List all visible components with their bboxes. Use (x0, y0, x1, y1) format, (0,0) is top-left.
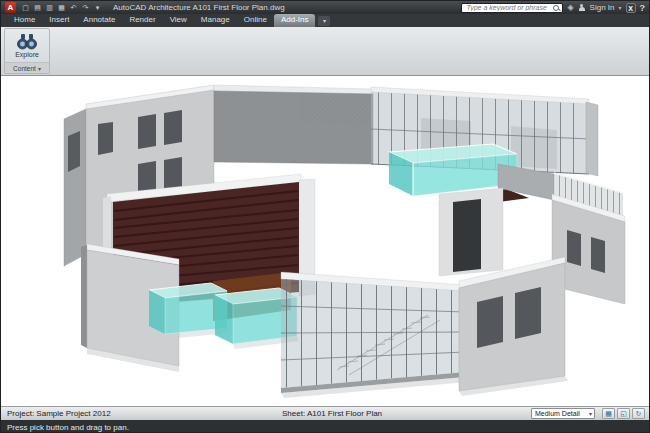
sign-in-button[interactable]: Sign In (590, 3, 615, 12)
model-front-right-wall (459, 257, 565, 391)
status-bar-icons: ▦ ◱ ↻ (602, 408, 645, 419)
tab-annotate[interactable]: Annotate (76, 14, 122, 27)
floor-plan-3d-model (1, 76, 650, 406)
sign-in-caret-icon[interactable]: ▾ (618, 4, 621, 11)
titlebar-right: ◈ Sign In ▾ X ? (461, 3, 645, 13)
tab-view[interactable]: View (163, 14, 194, 27)
cut-plane-icon[interactable]: ◱ (617, 408, 630, 419)
drawing-status-bar: Project: Sample Project 2012 Sheet: A101… (1, 406, 649, 420)
tab-manage[interactable]: Manage (194, 14, 237, 27)
open-icon[interactable]: ▤ (32, 2, 43, 13)
user-icon (578, 3, 586, 12)
detail-caret-icon: ▾ (589, 410, 592, 417)
explore-button-label: Explore (15, 51, 39, 58)
detail-level-dropdown[interactable]: Medium Detail ▾ (531, 408, 595, 419)
window-title: AutoCAD Architecture A101 First Floor Pl… (113, 3, 285, 12)
help-icon[interactable]: ? (640, 3, 646, 13)
content-panel: Explore Content ▾ (4, 28, 50, 74)
tab-home[interactable]: Home (7, 14, 42, 27)
save-icon[interactable]: ▥ (44, 2, 55, 13)
search-icon[interactable] (552, 4, 560, 12)
plot-icon[interactable]: ▦ (56, 2, 67, 13)
model-core (439, 188, 503, 276)
communication-center-icon[interactable]: ◈ (567, 3, 573, 13)
binoculars-icon (16, 33, 38, 50)
ribbon-tab-bar: Home Insert Annotate Render View Manage … (1, 14, 649, 27)
project-label: Project: Sample Project 2012 (7, 409, 111, 418)
autocad-window: A ▢ ▤ ▥ ▦ ↶ ↷ ▾ AutoCAD Architecture A10… (0, 0, 650, 433)
quick-access-toolbar: ▢ ▤ ▥ ▦ ↶ ↷ ▾ (20, 2, 103, 13)
panel-caret-icon: ▾ (38, 65, 41, 72)
undo-icon[interactable]: ↶ (68, 2, 79, 13)
app-menu-button[interactable]: A (5, 2, 16, 13)
redo-icon[interactable]: ↷ (80, 2, 91, 13)
detail-level-value: Medium Detail (535, 410, 580, 417)
model-north-wall (214, 85, 373, 164)
content-panel-title: Content (13, 65, 36, 72)
sheet-label: Sheet: A101 First Floor Plan (282, 409, 382, 418)
exchange-apps-icon[interactable]: X (626, 3, 636, 13)
ribbon: Explore Content ▾ (1, 27, 649, 76)
tab-overflow-icon[interactable]: ▾ (318, 16, 330, 26)
search-input[interactable] (466, 4, 552, 12)
tab-insert[interactable]: Insert (42, 14, 76, 27)
tab-render[interactable]: Render (122, 14, 162, 27)
model-ne-column (586, 102, 598, 176)
content-panel-label[interactable]: Content ▾ (5, 62, 49, 73)
qat-dropdown-icon[interactable]: ▾ (92, 2, 103, 13)
drawing-viewport[interactable] (1, 76, 649, 406)
explore-button[interactable]: Explore (5, 29, 49, 62)
command-prompt-message: Press pick button and drag to pan. (7, 423, 129, 432)
display-config-icon[interactable]: ▦ (602, 408, 615, 419)
command-bar[interactable]: Press pick button and drag to pan. (1, 420, 649, 433)
tab-add-ins[interactable]: Add-Ins (274, 14, 316, 27)
regen-icon[interactable]: ↻ (632, 408, 645, 419)
model-front-curtain-wall (281, 272, 465, 393)
tab-online[interactable]: Online (237, 14, 274, 27)
titlebar: A ▢ ▤ ▥ ▦ ↶ ↷ ▾ AutoCAD Architecture A10… (1, 1, 649, 14)
search-box[interactable] (461, 3, 563, 13)
new-icon[interactable]: ▢ (20, 2, 31, 13)
